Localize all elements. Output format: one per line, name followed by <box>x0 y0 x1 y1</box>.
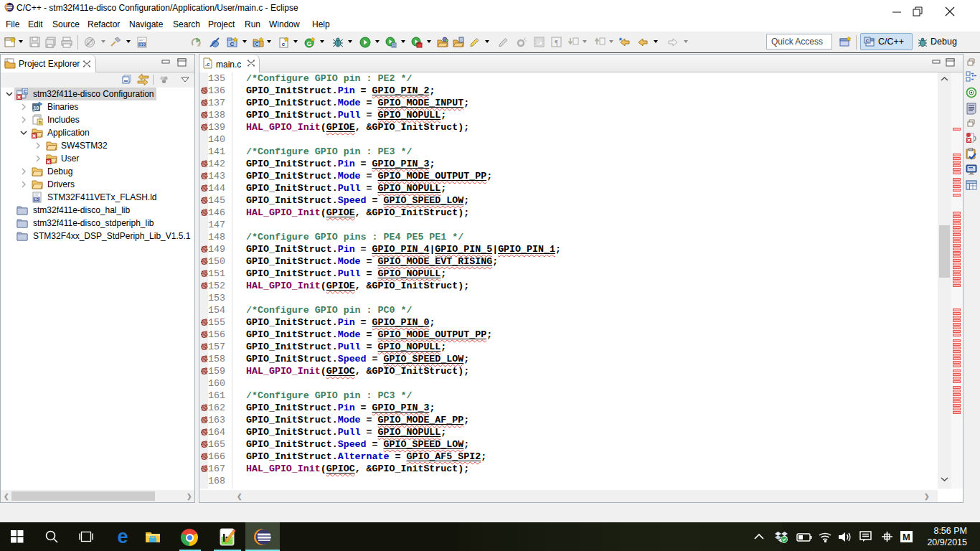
svg-text:e: e <box>117 527 128 546</box>
svg-text:h: h <box>39 120 42 125</box>
svg-text:G: G <box>306 40 311 47</box>
svg-text:C: C <box>24 89 27 94</box>
svg-text:M: M <box>903 532 910 542</box>
svg-text:C: C <box>230 41 235 47</box>
svg-text:¶: ¶ <box>555 39 558 47</box>
svg-text:C: C <box>866 39 870 43</box>
svg-text:010: 010 <box>138 42 145 47</box>
svg-text:C: C <box>255 42 258 47</box>
svg-text:.c: .c <box>205 61 210 67</box>
svg-text:LD: LD <box>34 197 39 202</box>
svg-text:c: c <box>282 41 286 47</box>
